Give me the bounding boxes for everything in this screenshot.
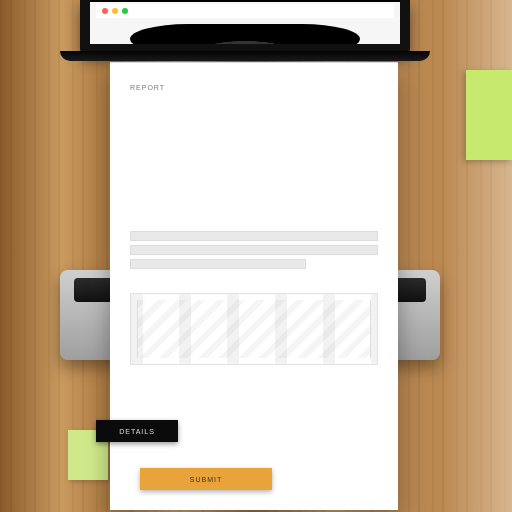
details-button[interactable]: DETAILS <box>96 420 178 442</box>
submit-button[interactable]: SUBMIT <box>140 468 272 490</box>
text-line <box>130 231 378 241</box>
window-close-icon <box>102 8 108 14</box>
desk-scene: REPORT DETAILS SUBMIT <box>0 0 512 512</box>
laptop-dock-shadow <box>130 24 360 44</box>
submit-button-label: SUBMIT <box>190 476 222 483</box>
details-button-label: DETAILS <box>119 428 155 435</box>
text-line <box>130 245 378 255</box>
text-line <box>130 259 306 269</box>
window-zoom-icon <box>122 8 128 14</box>
document-section-1 <box>130 231 378 269</box>
document-section-2 <box>130 293 378 365</box>
window-minimize-icon <box>112 8 118 14</box>
document-diagram <box>130 293 378 365</box>
laptop <box>80 0 410 55</box>
window-titlebar <box>96 4 394 18</box>
sticky-note-green <box>466 70 512 160</box>
laptop-base <box>60 51 430 61</box>
document-header: REPORT <box>130 84 378 91</box>
laptop-screen <box>90 0 400 44</box>
document-sheet: REPORT <box>110 62 398 510</box>
